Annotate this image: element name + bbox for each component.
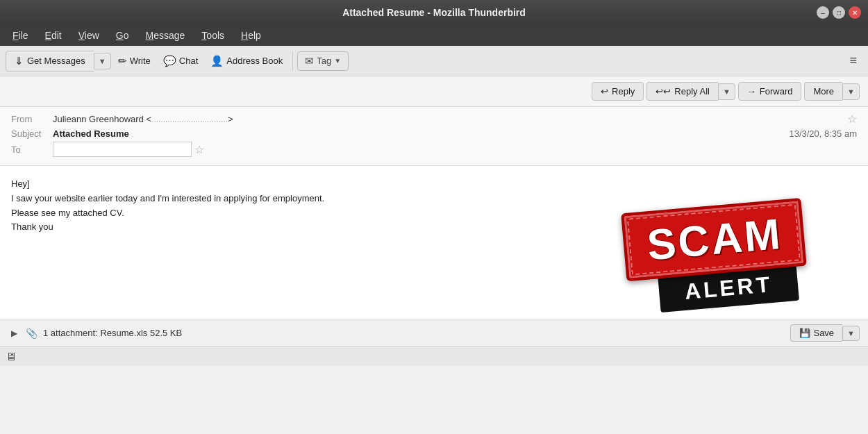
alert-text: ALERT [683, 272, 773, 304]
subject-row: Subject Attached Resume 13/3/20, 8:35 am [11, 128, 857, 139]
reply-all-button[interactable]: ↩↩ Reply All [646, 82, 718, 101]
to-row: To ☆ [11, 142, 857, 157]
tag-dropdown-arrow: ▼ [334, 57, 341, 65]
email-header: From Julieann Greenhoward <.............… [0, 107, 868, 166]
status-bar: 🖥 [0, 347, 868, 366]
address-book-icon: 👤 [210, 55, 224, 67]
address-book-button[interactable]: 👤 Address Book [205, 52, 288, 70]
attachment-clip-icon: 📎 [26, 328, 37, 339]
toolbar-right: ≡ [844, 51, 862, 71]
from-row: From Julieann Greenhoward <.............… [11, 112, 857, 126]
tag-button[interactable]: ✉ Tag ▼ [297, 51, 349, 71]
chat-button[interactable]: 💬 Chat [158, 52, 203, 70]
save-button[interactable]: 💾 Save [790, 324, 842, 342]
save-group: 💾 Save ▼ [790, 324, 860, 342]
status-icon[interactable]: 🖥 [6, 351, 17, 363]
menu-view[interactable]: View [72, 27, 106, 44]
subject-value: Attached Resume [53, 128, 789, 139]
save-dropdown[interactable]: ▼ [842, 326, 860, 341]
maximize-button[interactable]: □ [833, 6, 845, 19]
menu-help[interactable]: Help [234, 27, 268, 44]
reply-all-icon: ↩↩ [656, 86, 671, 97]
tag-icon: ✉ [305, 55, 314, 67]
more-group: More ▼ [804, 82, 860, 101]
scam-alert-graphic: SCAM ALERT [598, 170, 833, 342]
menu-bar: File Edit View Go Message Tools Help [0, 25, 868, 46]
email-date: 13/3/20, 8:35 am [789, 128, 857, 139]
menu-go[interactable]: Go [109, 27, 136, 44]
menu-tools[interactable]: Tools [194, 27, 231, 44]
get-messages-dropdown[interactable]: ▼ [94, 53, 111, 69]
email-body: Hey] I saw your website earlier today an… [0, 166, 868, 319]
minimize-button[interactable]: – [817, 6, 829, 19]
hamburger-menu-button[interactable]: ≡ [844, 51, 862, 71]
write-icon: ✏ [118, 55, 127, 67]
to-input[interactable] [53, 142, 192, 157]
reply-button[interactable]: ↩ Reply [592, 82, 644, 101]
window-controls: – □ ✕ [817, 6, 861, 19]
write-button[interactable]: ✏ Write [112, 52, 156, 70]
from-label: From [11, 114, 53, 124]
get-messages-button[interactable]: ⇓ Get Messages [6, 51, 94, 72]
get-messages-icon: ⇓ [15, 55, 24, 67]
close-button[interactable]: ✕ [849, 6, 861, 19]
reply-all-group: ↩↩ Reply All ▼ [646, 82, 735, 101]
get-messages-group: ⇓ Get Messages ▼ [6, 51, 111, 72]
menu-file[interactable]: File [6, 27, 35, 44]
forward-icon: → [747, 86, 756, 97]
title-bar: Attached Resume - Mozilla Thunderbird – … [0, 0, 868, 25]
toolbar: ⇓ Get Messages ▼ ✏ Write 💬 Chat 👤 Addres… [0, 46, 868, 76]
action-bar: ↩ Reply ↩↩ Reply All ▼ → Forward More ▼ [0, 76, 868, 107]
to-label: To [11, 144, 53, 155]
toolbar-separator [292, 51, 293, 71]
forward-button[interactable]: → Forward [738, 82, 802, 101]
chat-icon: 💬 [163, 55, 176, 67]
scam-text: SCAM [645, 209, 784, 269]
attachment-expand-button[interactable]: ▶ [8, 327, 20, 340]
more-button[interactable]: More [804, 82, 842, 101]
save-icon: 💾 [799, 328, 810, 338]
menu-message[interactable]: Message [139, 27, 192, 44]
reply-icon: ↩ [601, 86, 608, 97]
to-star-icon[interactable]: ☆ [194, 143, 204, 156]
from-value: Julieann Greenhoward <..................… [53, 114, 844, 124]
subject-label: Subject [11, 128, 53, 139]
reply-all-dropdown[interactable]: ▼ [718, 83, 735, 100]
from-star-icon[interactable]: ☆ [847, 112, 857, 126]
window-title: Attached Resume - Mozilla Thunderbird [342, 7, 526, 18]
more-dropdown[interactable]: ▼ [842, 83, 860, 100]
menu-edit[interactable]: Edit [38, 27, 69, 44]
